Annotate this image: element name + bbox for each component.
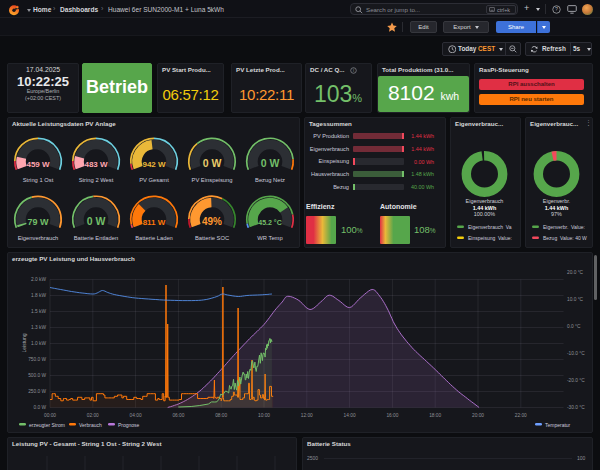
svg-text:20.0 °C: 20.0 °C — [567, 270, 584, 275]
svg-text:100.00%: 100.00% — [474, 211, 495, 217]
svg-text:1.0 kW: 1.0 kW — [31, 341, 46, 346]
svg-text:79 W: 79 W — [27, 217, 49, 227]
svg-text:Bezug Value: 40 W: Bezug Value: 40 W — [543, 235, 587, 241]
svg-text:20:00: 20:00 — [472, 413, 484, 418]
svg-text:12:00: 12:00 — [301, 413, 313, 418]
svg-text:459 W: 459 W — [26, 160, 50, 169]
svg-text:0.0 W: 0.0 W — [33, 405, 46, 410]
svg-text:Batterie Entladen: Batterie Entladen — [74, 235, 118, 241]
svg-text:String 2 West: String 2 West — [79, 177, 114, 183]
svg-text:22:00: 22:00 — [515, 413, 527, 418]
svg-text:49%: 49% — [202, 216, 222, 227]
svg-text:-10.0 °C: -10.0 °C — [567, 351, 585, 356]
svg-text:942 W: 942 W — [142, 160, 166, 169]
svg-text:0 W: 0 W — [261, 157, 280, 169]
svg-text:483 W: 483 W — [84, 160, 108, 169]
svg-text:04:00: 04:00 — [130, 413, 142, 418]
svg-text:00:00: 00:00 — [44, 413, 56, 418]
svg-text:14:00: 14:00 — [344, 413, 356, 418]
svg-text:2.0 kW: 2.0 kW — [31, 277, 46, 282]
svg-text:PV Einspeisung: PV Einspeisung — [192, 177, 233, 183]
svg-text:PV Gesamt: PV Gesamt — [139, 177, 169, 183]
svg-text:811 W: 811 W — [143, 218, 166, 227]
svg-text:97%: 97% — [551, 211, 562, 217]
svg-text:?: ? — [555, 6, 558, 12]
svg-text:Bezug Netz: Bezug Netz — [255, 177, 285, 183]
svg-text:Prognose: Prognose — [118, 422, 140, 428]
svg-text:Batterie SOC: Batterie SOC — [195, 235, 229, 241]
svg-text:Leistung: Leistung — [21, 333, 27, 352]
svg-text:10.0 °C: 10.0 °C — [567, 297, 584, 302]
svg-text:1.3 kW: 1.3 kW — [31, 325, 46, 330]
svg-text:WR Temp: WR Temp — [257, 235, 282, 241]
svg-text:02:00: 02:00 — [87, 413, 99, 418]
svg-text:500.0 W: 500.0 W — [28, 373, 46, 378]
svg-text:-20.0 °C: -20.0 °C — [567, 378, 585, 383]
svg-text:0.0 °C: 0.0 °C — [567, 324, 581, 329]
svg-text:250.0 W: 250.0 W — [28, 389, 46, 394]
svg-text:Eigenverbrauch: Eigenverbrauch — [466, 198, 504, 204]
svg-text:-30.0 °C: -30.0 °C — [567, 405, 585, 410]
svg-text:1.5 kW: 1.5 kW — [31, 309, 46, 314]
svg-text:16:00: 16:00 — [386, 413, 398, 418]
svg-text:i: i — [353, 68, 354, 73]
svg-text:Batterie Laden: Batterie Laden — [135, 235, 173, 241]
svg-text:750.0 W: 750.0 W — [28, 357, 46, 362]
svg-text:Einspeisung Value:: Einspeisung Value: — [468, 235, 512, 241]
svg-text:1.44 kWh: 1.44 kWh — [545, 205, 568, 211]
svg-text:String 1 Ost: String 1 Ost — [23, 177, 54, 183]
svg-text:Temperatur: Temperatur — [545, 422, 571, 428]
svg-text:08:00: 08:00 — [215, 413, 227, 418]
svg-text:0 W: 0 W — [203, 157, 222, 169]
svg-text:Eigenverbr.: Eigenverbr. — [543, 198, 570, 204]
svg-text:Eigenverbrauch: Eigenverbrauch — [18, 235, 59, 241]
svg-text:18:00: 18:00 — [429, 413, 441, 418]
svg-text:Eigenverbr. Value:: Eigenverbr. Value: — [543, 224, 585, 230]
svg-text:45.2 °C: 45.2 °C — [258, 219, 281, 226]
svg-text:10:00: 10:00 — [258, 413, 270, 418]
svg-text:06:00: 06:00 — [172, 413, 184, 418]
svg-text:0 W: 0 W — [87, 215, 106, 227]
svg-text:1.44 kWh: 1.44 kWh — [473, 205, 496, 211]
svg-text:erzeugter Strom: erzeugter Strom — [29, 422, 65, 428]
svg-text:1.8 kW: 1.8 kW — [31, 293, 46, 298]
svg-text:Eigenverbrauch Va: Eigenverbrauch Va — [468, 224, 512, 230]
svg-text:Verbrauch: Verbrauch — [79, 422, 102, 428]
